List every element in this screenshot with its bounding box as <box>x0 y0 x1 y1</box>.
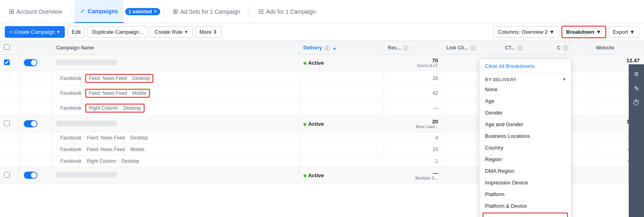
age-label: Age <box>485 98 494 104</box>
th-ctr: CT... i <box>501 41 553 55</box>
bd-delivery <box>299 101 384 116</box>
history-icon[interactable]: ⏱ <box>630 96 643 109</box>
row-checkbox[interactable] <box>4 59 10 65</box>
row-toggle-cell <box>19 55 52 71</box>
tab-divider-3 <box>249 5 250 18</box>
export-button[interactable]: Export ▼ <box>609 26 639 38</box>
more-button[interactable]: More ⇕ <box>195 26 222 38</box>
selected-badge[interactable]: 1 selected ✕ <box>125 8 160 15</box>
campaign-toggle[interactable] <box>24 120 37 127</box>
sidebar-toggle-icon[interactable]: ≡ <box>630 68 643 80</box>
region-label: Region <box>485 156 502 162</box>
tab-adsets-label: Ad Sets for 1 Campaign <box>180 8 240 15</box>
breakdown-item-platform[interactable]: Platform <box>479 188 571 200</box>
columns-button[interactable]: Columns: Overview 2 ▼ <box>493 26 559 38</box>
c-info-icon[interactable]: i <box>563 45 568 51</box>
ctr-info-icon[interactable]: i <box>518 45 523 51</box>
edit-label: Edit <box>72 29 80 35</box>
delivery-sort-icon: ▲ <box>332 46 336 50</box>
bd-placement-highlighted: Right Column Desktop <box>85 104 144 113</box>
tab-campaigns[interactable]: ✓ Campaigns <box>74 0 124 23</box>
bd-res: — <box>384 101 442 116</box>
breakdown-item-impression-device[interactable]: Impression Device <box>479 177 571 188</box>
breakdown-item-age-gender[interactable]: Age and Gender <box>479 119 571 130</box>
tab-ads[interactable]: ⊟ Ads for 1 Campaign <box>253 0 322 23</box>
breakdown-item-region[interactable]: Region <box>479 154 571 165</box>
top-tabs: ⊞ Account Overview ✓ Campaigns 1 selecte… <box>0 0 644 23</box>
results-info-icon[interactable]: i <box>403 45 409 51</box>
th-campaign-name: Campaign Name <box>52 41 299 55</box>
breakdown-item-none[interactable]: None <box>479 84 571 95</box>
campaigns-icon: ✓ <box>80 7 85 15</box>
bd-platform: Facebook <box>60 76 82 81</box>
dropdown-section-by-delivery: BY DELIVERY ▾ <box>479 74 571 84</box>
bd-check <box>0 71 19 86</box>
select-all-checkbox[interactable] <box>4 44 10 50</box>
platform-device-label: Platform & Device <box>485 203 527 209</box>
bd-name: Facebook Feed: News Feed Desktop <box>52 71 299 86</box>
campaign-name-blur <box>56 121 117 126</box>
tab-account[interactable]: ⊞ Account Overview <box>3 0 68 23</box>
breakdown-item-gender[interactable]: Gender <box>479 107 571 119</box>
tab-divider-1 <box>71 5 71 18</box>
bd-check <box>0 156 19 167</box>
create-campaign-button[interactable]: + Create Campaign ▼ <box>5 26 65 38</box>
breakdown-item-dma[interactable]: DMA Region <box>479 165 571 177</box>
breakdown-label: Breakdown <box>566 29 594 35</box>
none-label: None <box>485 86 497 92</box>
bd-name: Facebook Right Column Desktop <box>52 101 299 116</box>
columns-label: Columns: Overview 2 <box>498 29 548 35</box>
bd-name: Facebook Feed: News Feed Desktop <box>52 132 299 144</box>
dropdown-header: Clear All Breakdowns <box>479 59 571 74</box>
more-label: More ⇕ <box>200 29 217 35</box>
breakdown-item-placement[interactable]: ✓ Placement <box>483 213 568 217</box>
breakdown-item-platform-device[interactable]: Platform & Device <box>479 200 571 212</box>
breakdown-item-age[interactable]: Age <box>479 95 571 107</box>
duplicate-button[interactable]: Duplicate Campaign... <box>87 26 148 38</box>
breakdown-caret-icon: ▼ <box>596 29 601 35</box>
status-dot-active <box>303 123 306 126</box>
bd-name: Facebook Feed: News Feed Mobile <box>52 144 299 156</box>
row-checkbox-cell <box>0 167 19 184</box>
row-res-cell: 20New Lead... <box>384 116 442 132</box>
link-clicks-info-icon[interactable]: i <box>471 45 476 51</box>
bd-name: Facebook Feed: News Feed Mobile <box>52 86 299 101</box>
bd-platform: Facebook <box>60 90 82 96</box>
row-checkbox[interactable] <box>4 172 10 178</box>
clear-selection-button[interactable]: ✕ <box>153 9 157 14</box>
campaign-name-blur <box>56 59 117 65</box>
res-label: New Lead... <box>388 125 438 129</box>
row-checkbox-cell <box>0 116 19 132</box>
res-label: Multiple C... <box>388 176 438 180</box>
row-checkbox[interactable] <box>4 121 10 126</box>
breakdown-item-country[interactable]: Country <box>479 142 571 154</box>
age-gender-label: Age and Gender <box>485 121 523 127</box>
campaign-toggle[interactable] <box>24 172 37 179</box>
by-delivery-chevron-icon: ▾ <box>563 77 566 82</box>
placement-check-icon: ✓ <box>486 215 491 217</box>
bd-check <box>0 132 19 144</box>
edit-button[interactable]: Edit <box>67 26 85 38</box>
breakdown-item-business-locations[interactable]: Business Locations <box>479 130 571 142</box>
bd-delivery <box>299 156 384 167</box>
bd-toggle <box>19 71 52 86</box>
bd-delivery <box>299 132 384 144</box>
th-website: Website <box>592 41 644 55</box>
tab-account-label: Account Overview <box>17 8 62 15</box>
th-toggle <box>19 41 52 55</box>
tab-adsets[interactable]: ⊞ Ad Sets for 1 Campaign <box>167 0 246 23</box>
th-delivery[interactable]: Delivery i ▲ <box>299 41 384 55</box>
edit-icon[interactable]: ✎ <box>630 82 643 95</box>
status-dot-active <box>303 174 306 177</box>
bd-delivery <box>299 144 384 156</box>
campaign-toggle[interactable] <box>24 59 37 66</box>
breakdown-button[interactable]: Breakdown ▼ <box>561 26 606 38</box>
row-delivery-cell: Active <box>299 167 384 184</box>
tab-divider-2 <box>163 5 164 18</box>
delivery-info-icon[interactable]: i <box>325 45 330 51</box>
create-rule-button[interactable]: Create Rule ▼ <box>150 26 192 38</box>
create-campaign-label: + Create Campaign <box>9 29 55 35</box>
clear-all-breakdowns-link[interactable]: Clear All Breakdowns <box>485 63 535 69</box>
columns-caret-icon: ▼ <box>549 29 555 35</box>
bd-platform: Facebook <box>60 105 82 111</box>
